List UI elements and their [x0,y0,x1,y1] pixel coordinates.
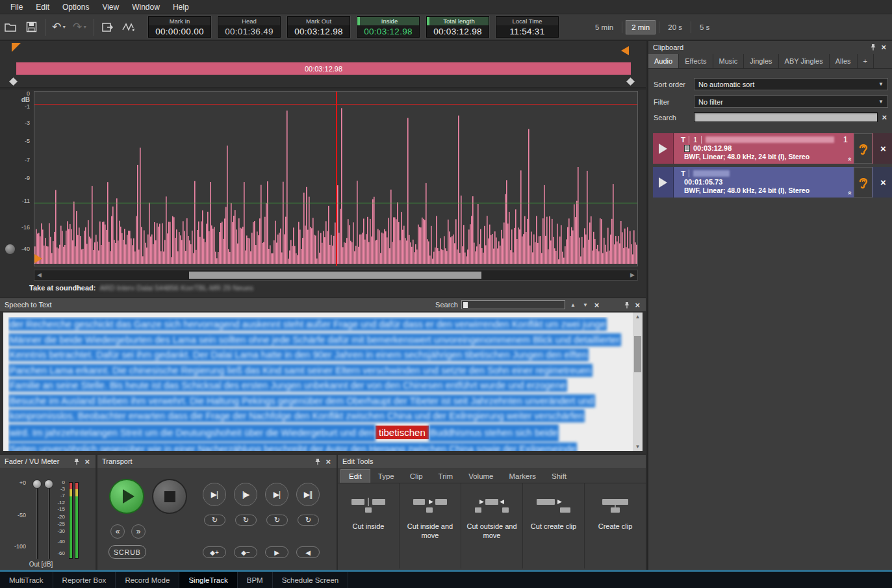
search-clear-icon[interactable]: × [593,301,601,309]
clip-prelisten-button[interactable] [854,133,873,164]
tab-multitrack[interactable]: MultiTrack [0,572,53,588]
loop-button-2[interactable]: ↻ [235,515,257,526]
scrub-button[interactable]: SCRUB [108,545,146,559]
loop-button-4[interactable]: ↻ [298,515,319,526]
clip-prelisten-button[interactable] [854,167,873,198]
tab-effects[interactable]: Effects [679,54,713,68]
zoom-preset-5s[interactable]: 5 s [694,21,715,34]
clip-delete-button[interactable]: × [873,133,892,164]
tab-clip[interactable]: Clip [402,470,431,483]
fader-knob-right[interactable] [44,479,53,489]
fader-knob-left[interactable] [32,479,42,489]
scroll-up-icon[interactable]: ▲ [633,314,643,320]
overview-strip[interactable]: 00:03:12.98 [0,41,646,88]
stop-button[interactable] [152,479,187,514]
search-match-highlight[interactable]: tibetischen [376,426,429,439]
scrollbar-thumb[interactable] [189,272,481,279]
fader-track-left[interactable] [36,482,38,559]
loop-button-1[interactable]: ↻ [204,515,225,526]
forward-button[interactable]: » [131,524,146,539]
marker-delete-button[interactable]: ◆− [234,546,257,558]
tab-reporter-box[interactable]: Reporter Box [53,572,116,588]
fader-track-right[interactable] [48,482,50,559]
save-button[interactable] [21,18,42,37]
menu-view[interactable]: View [96,1,125,14]
playhead-cursor[interactable] [336,92,337,266]
waveform-display[interactable] [34,91,638,266]
cut-inside-button[interactable]: Cut inside [338,483,400,569]
tab-edit[interactable]: Edit [340,469,370,483]
create-clip-button[interactable]: Create clip [585,483,646,569]
play-from-cursor-button[interactable]: |▶ [234,483,257,506]
close-panel-icon[interactable]: × [880,43,887,51]
menu-window[interactable]: Window [125,1,166,14]
close-panel-icon[interactable]: × [83,457,91,466]
play-button[interactable] [109,479,144,514]
tab-add[interactable]: + [858,54,874,68]
vertical-zoom-knob[interactable] [5,244,15,254]
edit-marker-button[interactable] [118,18,139,37]
sort-order-select[interactable]: No automatic sort▼ [694,78,888,90]
tab-record-mode[interactable]: Record Mode [116,572,179,588]
waveform-scrollbar[interactable]: ◀ ▶ [34,270,638,281]
cut-outside-move-button[interactable]: Cut outside and move [461,483,523,569]
close-panel-icon[interactable]: × [324,457,332,466]
edit-marker-left-icon[interactable] [34,254,42,263]
overview-selection-bar[interactable]: 00:03:12.98 [16,62,631,75]
pin-icon[interactable] [624,301,630,309]
tab-singletrack[interactable]: SingleTrack [179,572,237,588]
clipboard-search-input[interactable] [694,112,878,122]
open-button[interactable] [0,18,21,37]
undo-dropdown-icon[interactable]: ▼ [62,25,66,29]
mark-out-flag-icon[interactable] [621,46,629,55]
tab-music[interactable]: Music [713,54,745,68]
tab-shift[interactable]: Shift [544,470,574,483]
undo-button[interactable]: ↶▼ [49,18,70,37]
nudge-right-button[interactable]: ▶ [265,546,288,558]
mark-in-flag-icon[interactable] [12,43,21,52]
marker-add-button[interactable]: ◆+ [203,546,226,558]
search-clear-icon[interactable]: × [880,113,888,121]
scrollbar-thumb[interactable] [634,336,641,372]
close-panel-icon[interactable]: × [633,301,641,309]
nudge-left-button[interactable]: ◀ [296,546,320,558]
play-to-mark-button[interactable]: ▶| [265,483,288,506]
tab-markers[interactable]: Markers [502,470,544,483]
cut-inside-move-button[interactable]: Cut inside and move [400,483,461,569]
range-handle-right[interactable] [626,77,635,86]
scroll-right-icon[interactable]: ▶ [630,272,635,278]
menu-help[interactable]: Help [166,1,196,14]
tab-alles[interactable]: Alles [830,54,858,68]
tab-trim[interactable]: Trim [431,470,461,483]
tab-type[interactable]: Type [370,470,402,483]
range-handle-left[interactable] [9,77,18,86]
zoom-preset-2min[interactable]: 2 min [626,20,656,34]
search-prev-icon[interactable]: ▲ [568,302,578,308]
tab-jingles[interactable]: Jingles [744,54,778,68]
pin-icon[interactable] [314,458,321,465]
collapse-chevrons-icon[interactable]: » [845,191,853,195]
cut-create-clip-button[interactable]: Cut create clip [523,483,585,569]
pin-icon[interactable] [73,458,80,465]
clip-play-button[interactable] [653,167,674,198]
tab-audio[interactable]: Audio [648,54,679,68]
scroll-down-icon[interactable]: ▼ [633,444,643,450]
tab-volume[interactable]: Volume [461,470,501,483]
clip-delete-button[interactable]: × [873,167,892,198]
clipboard-clip-1[interactable]: T 1 1 00:03:12.98 BWF, Linear; 48.0 kHz,… [653,133,892,164]
transfer-button[interactable] [97,18,118,37]
filter-select[interactable]: No filter▼ [694,96,888,108]
transcript-text-area[interactable]: der Recherche geschickt das Ganze sich h… [3,313,643,451]
play-over-button[interactable]: ▶|| [296,483,320,506]
scroll-left-icon[interactable]: ◀ [37,272,42,278]
tab-bpm[interactable]: BPM [238,572,273,588]
tab-aby-jingles[interactable]: ABY Jingles [779,54,830,68]
pin-icon[interactable] [870,44,876,51]
search-next-icon[interactable]: ▼ [581,302,590,308]
play-to-cursor-button[interactable]: ▶| [203,483,226,506]
menu-options[interactable]: Options [56,1,96,14]
clipboard-clip-2[interactable]: T 00:01:05.73 BWF, Linear; 48.0 kHz, 24 … [653,167,892,198]
zoom-preset-20s[interactable]: 20 s [663,21,687,34]
rewind-button[interactable]: « [110,524,125,539]
menu-edit[interactable]: Edit [29,1,56,14]
